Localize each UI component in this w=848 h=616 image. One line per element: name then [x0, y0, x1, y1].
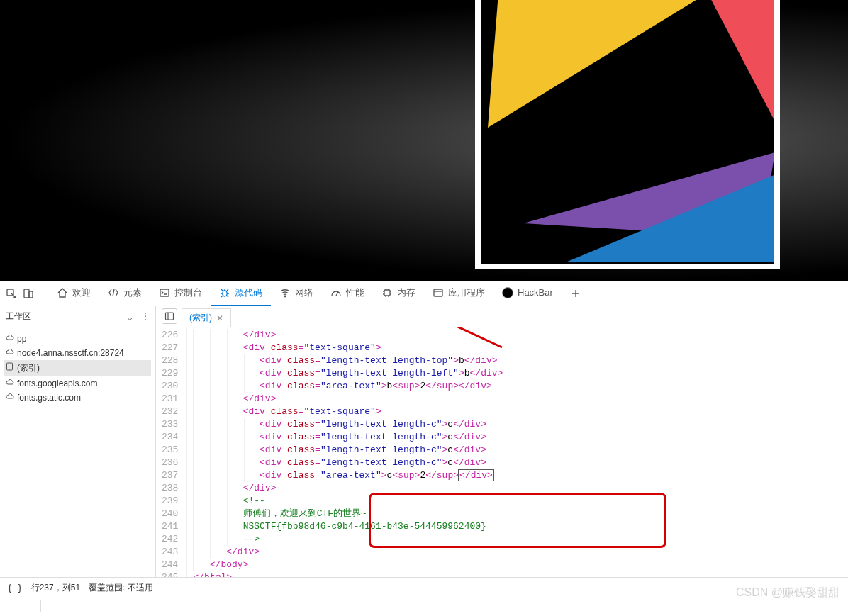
code-line[interactable]: NSSCTF{fbb98d46-c9b4-4161-b43e-544459962…: [193, 520, 842, 533]
tab-label: 控制台: [174, 286, 202, 299]
home-icon: [57, 287, 68, 298]
art-frame: [475, 0, 780, 269]
code-line[interactable]: -->: [193, 533, 842, 546]
svg-marker-0: [488, 0, 708, 128]
code-line[interactable]: </div>: [193, 393, 842, 405]
tab-label: 欢迎: [72, 286, 91, 299]
tab-memory[interactable]: 内存: [373, 281, 424, 306]
hackbar-icon: [502, 287, 513, 298]
line-gutter: 2262272282292302312322332342352362372382…: [156, 327, 187, 577]
tab-label: 内存: [397, 286, 415, 299]
editor-area: (索引) ✕ 226227228229230231232233234235236…: [156, 306, 848, 577]
tab-performance[interactable]: 性能: [322, 281, 373, 306]
code-line[interactable]: <div class="area-text">b<sup>2</sup></di…: [193, 380, 842, 393]
svg-rect-5: [24, 289, 29, 298]
file-tree[interactable]: ppnode4.anna.nssctf.cn:28724(索引)fonts.go…: [0, 327, 155, 409]
prettyprint-icon[interactable]: { }: [7, 583, 23, 593]
tab-elements[interactable]: 元素: [99, 281, 150, 306]
tree-item-label: (索引): [17, 363, 40, 373]
memory-icon: [381, 287, 393, 298]
tree-item-label: node4.anna.nssctf.cn:28724: [17, 348, 124, 358]
tree-item[interactable]: node4.anna.nssctf.cn:28724: [4, 346, 151, 360]
svg-rect-12: [7, 363, 13, 370]
sidebar-header: 工作区 ⌵ ⋮: [0, 306, 155, 327]
code-line[interactable]: </html>: [193, 571, 842, 577]
tree-item[interactable]: fonts.googleapis.com: [4, 376, 151, 391]
tab-label: 元素: [123, 286, 142, 299]
code-line[interactable]: </div>: [193, 546, 842, 559]
svg-rect-7: [160, 289, 169, 296]
inspect-icon[interactable]: [3, 285, 20, 302]
code-line[interactable]: <div class="length-text length-c">c</div…: [193, 418, 842, 431]
code-line[interactable]: <!--: [193, 495, 842, 508]
tab-welcome[interactable]: 欢迎: [48, 281, 99, 306]
tab-label: 应用程序: [448, 286, 485, 299]
cloud-icon: [6, 379, 14, 387]
svg-rect-13: [166, 313, 174, 320]
file-tab-index[interactable]: (索引) ✕: [182, 308, 231, 327]
tree-item[interactable]: pp: [4, 332, 151, 346]
code-content[interactable]: </div> <div class="text-square"> <div cl…: [187, 327, 848, 577]
svg-rect-10: [384, 290, 390, 296]
tab-console[interactable]: 控制台: [150, 281, 211, 306]
tab-hackbar[interactable]: HackBar: [493, 281, 562, 306]
tree-item[interactable]: (索引): [4, 360, 151, 376]
sources-sidebar: 工作区 ⌵ ⋮ ppnode4.anna.nssctf.cn:28724(索引)…: [0, 306, 156, 577]
add-tab-icon[interactable]: [567, 285, 584, 302]
svg-rect-11: [434, 289, 442, 296]
sidebar-title: 工作区: [6, 310, 31, 323]
code-editor[interactable]: 2262272282292302312322332342352362372382…: [156, 327, 848, 577]
cursor-position: 行237，列51: [31, 582, 80, 594]
editor-tabstrip: (索引) ✕: [156, 306, 848, 327]
bottom-tab-stub[interactable]: [13, 600, 41, 612]
code-line[interactable]: <div class="text-square">: [193, 342, 842, 354]
code-line[interactable]: </div>: [193, 482, 842, 495]
code-line[interactable]: </body>: [193, 559, 842, 571]
code-line[interactable]: </div>: [193, 329, 842, 342]
code-line[interactable]: 师傅们，欢迎来到CTF的世界~: [193, 508, 842, 520]
tab-network[interactable]: 网络: [271, 281, 322, 306]
svg-marker-1: [708, 0, 780, 142]
tree-item[interactable]: fonts.gstatic.com: [4, 391, 151, 405]
sources-panel: 工作区 ⌵ ⋮ ppnode4.anna.nssctf.cn:28724(索引)…: [0, 306, 848, 578]
wifi-icon: [279, 287, 291, 298]
tab-application[interactable]: 应用程序: [424, 281, 493, 306]
cloud-icon: [6, 393, 14, 401]
application-icon: [433, 287, 444, 298]
file-icon: [6, 362, 14, 371]
coverage-status: 覆盖范围: 不适用: [89, 582, 153, 594]
file-tab-label: (索引): [189, 312, 212, 324]
performance-icon: [330, 287, 342, 298]
code-line[interactable]: <div class="length-text length-left">b</…: [193, 367, 842, 380]
cloud-icon: [6, 334, 14, 342]
toggle-navigator-icon[interactable]: [162, 308, 177, 324]
page-canvas: [0, 0, 848, 281]
console-icon: [159, 287, 170, 298]
svg-rect-6: [29, 291, 33, 298]
elements-icon: [108, 287, 119, 298]
tab-label: 性能: [346, 286, 364, 299]
code-line[interactable]: <div class="area-text">c<sup>2</sup></di…: [193, 469, 842, 482]
tree-item-label: pp: [17, 334, 26, 344]
tab-label: HackBar: [518, 287, 553, 298]
bottom-strip: [0, 598, 848, 613]
close-icon[interactable]: ✕: [216, 313, 223, 323]
code-line[interactable]: <div class="length-text length-c">c</div…: [193, 431, 842, 444]
code-line[interactable]: <div class="length-text length-top">b</d…: [193, 354, 842, 367]
devtools-tabstrip: 欢迎 元素 控制台 源代码 网络 性能 内存: [0, 281, 848, 306]
tree-item-label: fonts.googleapis.com: [17, 379, 97, 388]
tab-label: 源代码: [235, 286, 262, 299]
tree-item-label: fonts.gstatic.com: [17, 393, 81, 403]
tab-label: 网络: [295, 286, 313, 299]
svg-point-8: [223, 291, 227, 296]
tab-sources[interactable]: 源代码: [211, 281, 271, 306]
bug-icon: [219, 287, 230, 298]
more-icon[interactable]: ⋮: [141, 311, 150, 323]
code-line[interactable]: <div class="length-text length-c">c</div…: [193, 457, 842, 469]
code-line[interactable]: <div class="text-square">: [193, 405, 842, 418]
code-line[interactable]: <div class="length-text length-c">c</div…: [193, 444, 842, 457]
cloud-icon: [6, 348, 14, 357]
chevron-down-icon[interactable]: ⌵: [127, 311, 133, 323]
status-bar: { } 行237，列51 覆盖范围: 不适用: [0, 578, 848, 598]
device-toggle-icon[interactable]: [20, 285, 37, 302]
